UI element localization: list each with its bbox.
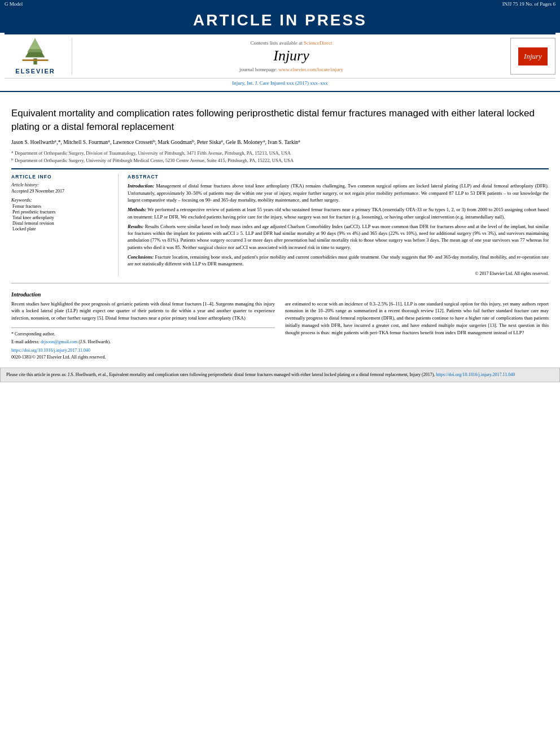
abstract-methods-label: Methods: <box>128 207 146 212</box>
corresponding-author: * Corresponding author. <box>11 331 275 338</box>
article-in-press-banner: ARTICLE IN PRESS <box>0 8 560 33</box>
intro-heading: Introduction <box>11 291 549 298</box>
article-info-col: ARTICLE INFO Article history: Accepted 2… <box>11 174 119 276</box>
email-label: E-mail address: <box>11 339 40 344</box>
email-line: E-mail address: drjsoon@gmail.com (J.S. … <box>11 339 275 346</box>
body-two-col: Recent studies have highlighted the poor… <box>11 300 549 362</box>
article-title: Equivalent mortality and complication ra… <box>11 107 549 134</box>
authors: Jason S. Hoellwarthᵃ,*, Mitchell S. Four… <box>11 138 549 147</box>
article-info-abstract-section: ARTICLE INFO Article history: Accepted 2… <box>11 174 549 276</box>
elsevier-logo: ELSEVIER <box>5 38 72 75</box>
main-content: Equivalent mortality and complication ra… <box>0 95 560 362</box>
homepage-url[interactable]: www.elsevier.com/locate/injury <box>279 67 343 72</box>
copyright: © 2017 Elsevier Ltd. All rights reserved… <box>128 271 549 276</box>
section-divider-1 <box>11 168 549 169</box>
affiliation-b: ᵇ Department of Orthopaedic Surgery, Uni… <box>11 157 549 164</box>
another-word: another <box>216 308 231 313</box>
body-left-para1: Recent studies have highlighted the poor… <box>11 300 275 322</box>
injury-logo-text: Injury <box>524 52 542 60</box>
contents-label: Contents lists available at <box>251 40 303 46</box>
journal-citation: Injury, Int. J. Care Injured xxx (2017) … <box>232 80 327 86</box>
body-col-right: are estimated to occur with an incidence… <box>285 300 549 362</box>
citation-text: Please cite this article in press as: J.… <box>6 372 435 377</box>
gmodel-label: G Model <box>5 1 23 7</box>
abstract-methods: Methods: We performed a retrospective re… <box>128 206 549 220</box>
elsevier-text: ELSEVIER <box>15 68 55 75</box>
doi-line: https://doi.org/10.1016/j.injury.2017.11… <box>11 347 275 354</box>
keyword-5: Locked plate <box>12 226 111 231</box>
body-right-para1: are estimated to occur with an incidence… <box>285 300 549 337</box>
elsevier-tree-icon <box>20 38 51 66</box>
keywords-label: Keywords: <box>11 197 111 203</box>
abstract-heading: ABSTRACT <box>128 174 549 180</box>
abstract-conclusions: Conclusions: Fracture location, remainin… <box>128 254 549 268</box>
article-accepted: Accepted 29 November 2017 <box>11 189 111 194</box>
homepage-label: journal homepage: <box>239 67 277 72</box>
affiliations: ᵃ Department of Orthopaedic Surgery, Div… <box>11 150 549 164</box>
top-banner: G Model INJJ 75 19 No. of Pages 6 <box>0 0 560 8</box>
journal-name-display: Injury <box>273 47 309 64</box>
abstract-intro: Introduction: Management of distal femur… <box>128 182 549 203</box>
doi-link[interactable]: https://doi.org/10.1016/j.injury.2017.11… <box>11 348 90 353</box>
abstract-intro-label: Introduction: <box>128 183 154 189</box>
article-info-heading: ARTICLE INFO <box>11 174 111 180</box>
journal-homepage: journal homepage: www.elsevier.com/locat… <box>239 67 343 72</box>
corresponding-text: * Corresponding author. <box>11 331 55 337</box>
journal-header: ELSEVIER Contents lists available at Sci… <box>5 33 555 78</box>
footnote-section: * Corresponding author. E-mail address: … <box>11 327 275 361</box>
abstract-intro-text: Management of distal femur fractures abo… <box>128 183 549 203</box>
abstract-results-text: Results Cohorts were similar based on bo… <box>128 224 549 250</box>
header-divider <box>0 91 560 92</box>
citation-box: Please cite this article in press as: J.… <box>0 368 560 382</box>
abstract-results-label: Results: <box>128 224 143 229</box>
abstract-conclusions-label: Conclusions: <box>128 254 154 260</box>
abstract-results: Results: Results Cohorts were similar ba… <box>128 223 549 251</box>
abstract-conclusions-text: Fracture location, remaining bone stock,… <box>128 254 549 267</box>
citation-doi-link[interactable]: https://doi.org/10.1016/j.injury.2017.11… <box>436 372 515 377</box>
keyword-2: Peri prosthetic fractures <box>12 209 111 215</box>
svg-rect-4 <box>22 59 48 61</box>
authors-text: Jason S. Hoellwarthᵃ,*, Mitchell S. Four… <box>11 139 300 145</box>
affiliation-a: ᵃ Department of Orthopaedic Surgery, Div… <box>11 150 549 157</box>
body-section: Introduction Recent studies have highlig… <box>11 291 549 362</box>
abstract-methods-text: We performed a retrospective review of p… <box>128 207 549 219</box>
sciencedirect-line: Contents lists available at ScienceDirec… <box>251 40 333 46</box>
citation-line: Injury, Int. J. Care Injured xxx (2017) … <box>0 78 560 88</box>
email-link[interactable]: drjsoon@gmail.com <box>41 339 77 344</box>
svg-marker-3 <box>29 38 41 49</box>
svg-rect-0 <box>33 58 37 64</box>
journal-code: INJJ 75 19 No. of Pages 6 <box>502 1 555 7</box>
issn-line: 0020-1383/© 2017 Elsevier Ltd. All right… <box>11 354 275 361</box>
injury-logo-inner: Injury <box>518 47 548 65</box>
journal-center: Contents lists available at ScienceDirec… <box>78 38 505 75</box>
keyword-4: Distal femoral revision <box>12 221 111 226</box>
article-in-press-text: ARTICLE IN PRESS <box>193 11 367 29</box>
article-history-label: Article history: <box>11 182 111 187</box>
keyword-3: Total knee arthroplasty <box>12 215 111 220</box>
sciencedirect-link[interactable]: ScienceDirect <box>304 40 332 46</box>
keyword-1: Femur fractures <box>12 204 111 209</box>
email-name: (J.S. Hoellwarth). <box>78 339 111 344</box>
abstract-col: ABSTRACT Introduction: Management of dis… <box>128 174 549 276</box>
injury-logo-box: Injury <box>510 38 555 75</box>
body-divider <box>11 283 549 283</box>
body-col-left: Recent studies have highlighted the poor… <box>11 300 275 362</box>
